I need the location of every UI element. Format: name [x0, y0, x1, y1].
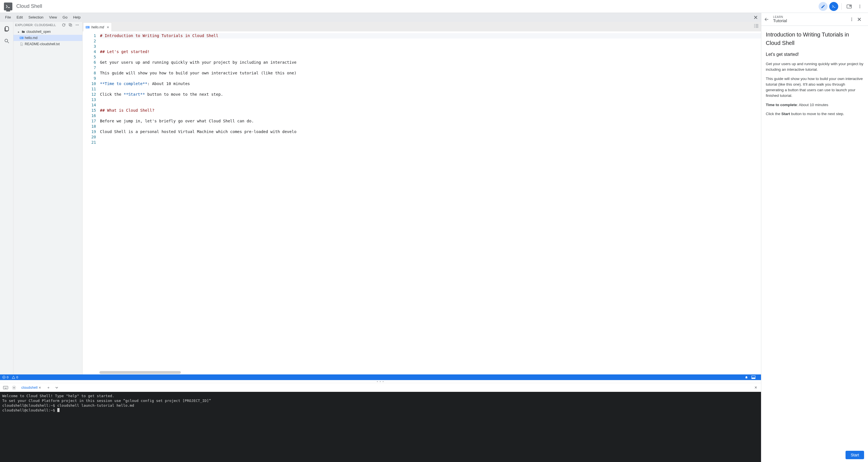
warnings-indicator[interactable]: 0: [12, 375, 18, 379]
more-options-button[interactable]: [855, 2, 864, 11]
search-view-button[interactable]: [2, 36, 11, 45]
notifications-button[interactable]: [745, 375, 748, 379]
tutorial-close-button[interactable]: [857, 18, 865, 21]
editor-tab[interactable]: M↓ hello.md ×: [83, 23, 112, 31]
bell-icon: [745, 375, 748, 379]
tutorial-paragraph: Get your users up and running quickly wi…: [766, 61, 864, 73]
chevron-right-icon: ▸: [17, 30, 20, 33]
svg-point-4: [860, 6, 860, 7]
menu-go[interactable]: Go: [60, 13, 70, 22]
markdown-file-icon: M↓: [20, 36, 24, 39]
tutorial-title: Introduction to Writing Tutorials in Clo…: [766, 30, 864, 47]
more-vert-icon: [849, 17, 854, 22]
svg-point-34: [6, 387, 6, 387]
tutorial-content: Introduction to Writing Tutorials in Clo…: [761, 26, 868, 448]
refresh-icon: [62, 23, 66, 27]
tutorial-more-button[interactable]: [849, 17, 857, 22]
terminal-tab-dropdown[interactable]: [54, 387, 60, 389]
folder-node[interactable]: ▸ cloudshell_open: [13, 29, 82, 35]
open-terminal-button[interactable]: [829, 2, 838, 11]
svg-point-12: [78, 25, 79, 25]
markdown-file-icon: M↓: [86, 26, 90, 29]
terminal-tabbar: cloudshell × ＋ ×: [0, 383, 761, 392]
svg-point-37: [13, 387, 14, 388]
chevron-down-icon: [55, 387, 58, 389]
explorer-more-button[interactable]: [74, 23, 81, 27]
outline-icon: [754, 24, 759, 28]
tutorial-subtitle: Let's get started!: [766, 51, 864, 58]
cloud-shell-logo: [4, 3, 12, 10]
keyboard-icon: [3, 386, 8, 389]
tutorial-panel: LEARN Tutorial Introduction to Writing T…: [761, 13, 868, 462]
menu-help[interactable]: Help: [70, 13, 84, 22]
error-count: 0: [7, 375, 8, 379]
explorer-header: EXPLORER: CLOUDSHELL: [13, 22, 82, 28]
close-editor-button[interactable]: [752, 14, 759, 21]
code-text-area[interactable]: # Introduction to Writing Tutorials in C…: [99, 31, 761, 374]
refresh-explorer-button[interactable]: [60, 23, 67, 27]
menu-view[interactable]: View: [46, 13, 60, 22]
close-terminal-panel-button[interactable]: ×: [753, 385, 759, 390]
open-window-icon: [847, 4, 852, 8]
terminal-glyph-icon: [6, 5, 10, 8]
resize-grip[interactable]: • • •: [0, 380, 761, 383]
tutorial-label: Tutorial: [773, 19, 849, 23]
svg-point-10: [76, 25, 76, 25]
start-button[interactable]: Start: [845, 451, 864, 459]
file-name: hello.md: [25, 36, 37, 40]
error-icon: [2, 375, 6, 379]
tutorial-header: LEARN Tutorial: [761, 13, 868, 26]
new-terminal-tab-button[interactable]: ＋: [45, 385, 52, 390]
terminal-icon: [832, 4, 836, 9]
close-terminal-tab-button[interactable]: ×: [39, 385, 41, 390]
folder-icon: [21, 30, 25, 33]
horizontal-scrollbar[interactable]: [99, 371, 181, 374]
terminal-settings-button[interactable]: [11, 384, 18, 391]
collapse-all-button[interactable]: [67, 23, 74, 27]
file-tree: ▸ cloudshell_open M↓ hello.md: [13, 28, 82, 48]
file-node[interactable]: README-cloudshell.txt: [13, 41, 82, 47]
svg-point-40: [851, 20, 852, 21]
file-name: cloudshell_open: [26, 30, 51, 34]
svg-rect-36: [4, 388, 7, 389]
app-topbar: Cloud Shell: [0, 0, 868, 13]
tutorial-paragraph: This guide will show you how to build yo…: [766, 76, 864, 99]
tab-label: hello.md: [91, 25, 104, 29]
explorer-panel: EXPLORER: CLOUDSHELL ▸: [13, 22, 83, 374]
line-number-gutter: 123456789101112131415161718192021: [83, 31, 99, 374]
toggle-panel-button[interactable]: [751, 375, 755, 379]
terminal-body[interactable]: Welcome to Cloud Shell! Type "help" to g…: [0, 392, 761, 462]
menu-file[interactable]: File: [2, 13, 14, 22]
svg-rect-8: [69, 24, 71, 26]
app-title: Cloud Shell: [16, 3, 42, 9]
editor-statusbar: 0 0: [0, 374, 761, 380]
activity-bar: [0, 22, 13, 374]
menu-selection[interactable]: Selection: [26, 13, 46, 22]
outline-button[interactable]: [754, 24, 759, 28]
tutorial-footer: Start: [761, 448, 868, 462]
open-editor-button[interactable]: [818, 2, 828, 11]
svg-point-5: [860, 7, 860, 8]
search-icon: [4, 38, 9, 44]
svg-rect-30: [752, 377, 755, 378]
arrow-left-icon: [764, 17, 769, 22]
explorer-view-button[interactable]: [2, 24, 11, 33]
file-name: README-cloudshell.txt: [25, 42, 60, 46]
svg-point-38: [851, 18, 852, 19]
open-in-new-window-button[interactable]: [845, 2, 854, 11]
keyboard-button[interactable]: [2, 384, 9, 391]
svg-point-39: [851, 19, 852, 20]
explorer-title: EXPLORER: CLOUDSHELL: [15, 23, 60, 27]
svg-rect-2: [849, 5, 851, 6]
menu-edit[interactable]: Edit: [14, 13, 26, 22]
errors-indicator[interactable]: 0: [2, 375, 8, 379]
svg-point-35: [6, 387, 7, 387]
file-node[interactable]: M↓ hello.md: [13, 35, 82, 41]
svg-text:M↓: M↓: [20, 37, 22, 39]
pencil-icon: [821, 4, 825, 9]
svg-point-6: [5, 39, 8, 42]
more-horiz-icon: [75, 23, 79, 27]
tutorial-back-button[interactable]: [764, 17, 773, 22]
terminal-tab[interactable]: cloudshell ×: [19, 384, 43, 391]
close-tab-button[interactable]: ×: [107, 25, 109, 30]
